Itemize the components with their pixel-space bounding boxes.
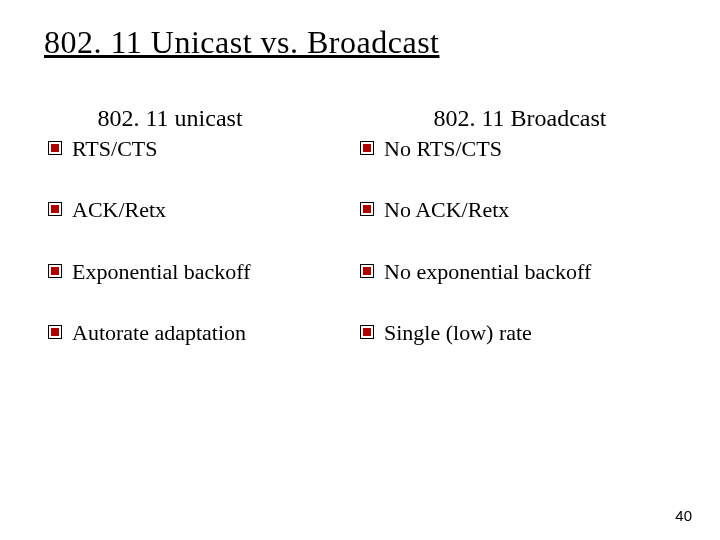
page-title: 802. 11 Unicast vs. Broadcast [44,24,680,61]
list-item-label: No ACK/Retx [384,197,509,222]
square-bullet-icon [48,264,62,278]
unicast-list: RTS/CTS ACK/Retx Exponential backoff Aut… [40,136,360,345]
list-item: ACK/Retx [48,197,360,222]
list-item: RTS/CTS [48,136,360,161]
square-bullet-icon [48,202,62,216]
square-bullet-icon [360,264,374,278]
column-broadcast: 802. 11 Broadcast No RTS/CTS No ACK/Retx… [360,105,680,345]
broadcast-list: No RTS/CTS No ACK/Retx No exponential ba… [360,136,680,345]
unicast-heading: 802. 11 unicast [40,105,360,132]
list-item-label: ACK/Retx [72,197,166,222]
column-unicast: 802. 11 unicast RTS/CTS ACK/Retx Exponen… [40,105,360,345]
list-item: No RTS/CTS [360,136,680,161]
square-bullet-icon [48,141,62,155]
page-number: 40 [675,507,692,524]
square-bullet-icon [360,325,374,339]
columns: 802. 11 unicast RTS/CTS ACK/Retx Exponen… [40,105,680,345]
slide: 802. 11 Unicast vs. Broadcast 802. 11 un… [0,0,720,540]
list-item: Single (low) rate [360,320,680,345]
broadcast-heading: 802. 11 Broadcast [360,105,680,132]
list-item: Exponential backoff [48,259,360,284]
list-item: No exponential backoff [360,259,680,284]
square-bullet-icon [360,202,374,216]
list-item-label: No RTS/CTS [384,136,502,161]
square-bullet-icon [48,325,62,339]
list-item-label: Single (low) rate [384,320,532,345]
list-item-label: Exponential backoff [72,259,251,284]
list-item-label: Autorate adaptation [72,320,246,345]
list-item: No ACK/Retx [360,197,680,222]
square-bullet-icon [360,141,374,155]
list-item-label: RTS/CTS [72,136,158,161]
list-item: Autorate adaptation [48,320,360,345]
list-item-label: No exponential backoff [384,259,591,284]
